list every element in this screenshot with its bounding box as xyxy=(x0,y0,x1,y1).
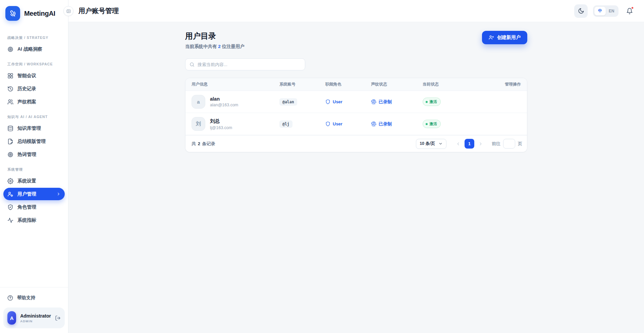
avatar: a xyxy=(192,95,205,109)
sidebar-item-hotwords[interactable]: 热词管理 xyxy=(3,148,65,161)
sidebar-item-system-metrics[interactable]: 系统指标 xyxy=(3,214,65,226)
table-footer: 共 2 条记录 10 条/页 1 xyxy=(185,135,527,152)
subtitle-prefix: 当前系统中共有 xyxy=(185,44,218,49)
account-handle: @lj xyxy=(279,120,292,128)
theme-toggle-button[interactable] xyxy=(574,4,588,18)
sidebar-item-label: 知识库管理 xyxy=(17,125,41,131)
user-plus-icon xyxy=(489,35,494,40)
fingerprint-icon xyxy=(371,121,376,127)
page-size-select[interactable]: 10 条/页 xyxy=(416,139,446,149)
sidebar-item-label: 角色管理 xyxy=(17,204,36,210)
sidebar-item-smart-meeting[interactable]: 智能会议 xyxy=(3,69,65,82)
records-suffix: 条记录 xyxy=(202,141,215,146)
records-prefix: 共 xyxy=(192,141,196,146)
goto-page-input[interactable] xyxy=(503,139,515,149)
chevron-down-icon xyxy=(438,142,443,146)
role-cell: User xyxy=(325,99,371,104)
user-table-card: 用户信息 系统账号 职能角色 声纹状态 当前状态 管理操作 a alan ala… xyxy=(185,78,527,152)
topbar-controls: 中 EN xyxy=(574,4,635,18)
page-number-button[interactable]: 1 xyxy=(465,139,474,149)
account-handle: @alan xyxy=(279,98,297,106)
target-icon xyxy=(7,152,13,158)
records-count: 2 xyxy=(197,141,201,146)
page-subtitle: 当前系统中共有 2 位注册用户 xyxy=(185,44,245,50)
help-support-label: 帮助支持 xyxy=(17,295,35,301)
lang-option-en[interactable]: EN xyxy=(606,7,617,15)
search-box xyxy=(185,58,305,70)
user-role-badge: ADMIN xyxy=(20,319,51,323)
status-badge: 激活 xyxy=(423,120,441,128)
nav-section-strategy: 战略决策 / STRATEGY xyxy=(0,36,68,40)
sidebar-item-history[interactable]: 历史记录 xyxy=(3,82,65,95)
sidebar-item-label: AI 战略洞察 xyxy=(17,46,42,52)
user-email: alan@163.com xyxy=(210,103,238,107)
microphone-logo-icon xyxy=(5,6,20,21)
shield-icon xyxy=(325,121,330,126)
nav-section-workspace: 工作空间 / WORKSPACE xyxy=(0,62,68,67)
sidebar-item-label: 历史记录 xyxy=(17,86,36,92)
lang-option-zh[interactable]: 中 xyxy=(594,7,606,15)
prev-page-button[interactable] xyxy=(454,140,463,148)
sidebar-collapse-button[interactable] xyxy=(63,6,73,16)
role-cell: User xyxy=(325,121,371,126)
role-label: User xyxy=(333,121,342,126)
sidebar-footer: 帮助支持 A Administrator ADMIN xyxy=(0,287,68,333)
user-name: alan xyxy=(210,96,238,102)
sidebar-item-summary-template[interactable]: 总结模版管理 xyxy=(3,135,65,148)
app-name: MeetingAI xyxy=(24,10,55,17)
sidebar-item-user-management[interactable]: 用户管理 xyxy=(3,188,65,200)
pager: 1 xyxy=(454,139,485,149)
voice-status-cell: 已录制 xyxy=(371,121,423,127)
user-name: Administrator xyxy=(20,313,51,319)
status-dot-icon xyxy=(426,101,428,103)
next-page-button[interactable] xyxy=(476,140,485,148)
help-support-link[interactable]: 帮助支持 xyxy=(3,292,65,303)
shield-check-icon xyxy=(7,204,13,210)
database-icon xyxy=(7,125,13,131)
notifications-button[interactable] xyxy=(624,5,635,17)
sidebar-item-label: 系统设置 xyxy=(17,178,36,184)
sidebar-item-label: 智能会议 xyxy=(17,73,36,79)
notification-dot xyxy=(631,7,634,9)
logout-icon[interactable] xyxy=(55,315,61,321)
records-total: 共 2 条记录 xyxy=(192,141,215,147)
column-header-user-info: 用户信息 xyxy=(185,81,279,87)
sidebar-item-voiceprint-archive[interactable]: 声纹档案 xyxy=(3,96,65,108)
moon-icon xyxy=(578,8,584,14)
nav-section-system: 系统管理 xyxy=(0,167,68,172)
table-header-row: 用户信息 系统账号 职能角色 声纹状态 当前状态 管理操作 xyxy=(185,78,527,91)
column-header-role: 职能角色 xyxy=(325,81,371,87)
user-email: lj@163.com xyxy=(210,125,232,130)
search-input[interactable] xyxy=(198,62,301,67)
user-gear-icon xyxy=(7,191,13,197)
page-size-value: 10 条/页 xyxy=(420,141,435,147)
user-name: 刘总 xyxy=(210,118,232,124)
status-label: 激活 xyxy=(430,121,437,126)
sidebar-item-label: 系统指标 xyxy=(17,217,36,223)
current-user-card[interactable]: A Administrator ADMIN xyxy=(3,308,65,328)
column-header-voice-status: 声纹状态 xyxy=(371,81,423,87)
sidebar-item-ai-strategy-insight[interactable]: AI 战略洞察 xyxy=(3,43,65,55)
sidebar-item-label: 用户管理 xyxy=(17,191,36,197)
help-circle-icon xyxy=(7,295,13,301)
page-title: 用户目录 xyxy=(185,31,245,41)
page-head: 用户目录 当前系统中共有 2 位注册用户 创建新用户 xyxy=(185,31,527,50)
top-bar: 用户账号管理 中 EN xyxy=(68,0,644,22)
column-header-account: 系统账号 xyxy=(279,81,325,87)
goto-suffix-label: 页 xyxy=(518,141,522,147)
column-header-status: 当前状态 xyxy=(423,81,486,87)
table-row[interactable]: a alan alan@163.com @alan User xyxy=(185,91,527,113)
sidebar-item-role-management[interactable]: 角色管理 xyxy=(3,201,65,213)
table-row[interactable]: 刘 刘总 lj@163.com @lj User xyxy=(185,113,527,135)
sidebar-item-knowledge-base[interactable]: 知识库管理 xyxy=(3,122,65,134)
search-icon xyxy=(190,62,195,67)
app-logo: MeetingAI xyxy=(0,0,68,25)
sidebar-item-system-settings[interactable]: 系统设置 xyxy=(3,175,65,187)
sidebar: MeetingAI 战略决策 / STRATEGY AI 战略洞察 工作空间 /… xyxy=(0,0,68,333)
users-icon xyxy=(7,99,13,105)
target-icon xyxy=(7,46,13,52)
create-user-button[interactable]: 创建新用户 xyxy=(482,31,527,44)
subtitle-suffix: 位注册用户 xyxy=(221,44,245,49)
user-meta: Administrator ADMIN xyxy=(20,313,51,323)
voice-status-label: 已录制 xyxy=(379,121,392,127)
